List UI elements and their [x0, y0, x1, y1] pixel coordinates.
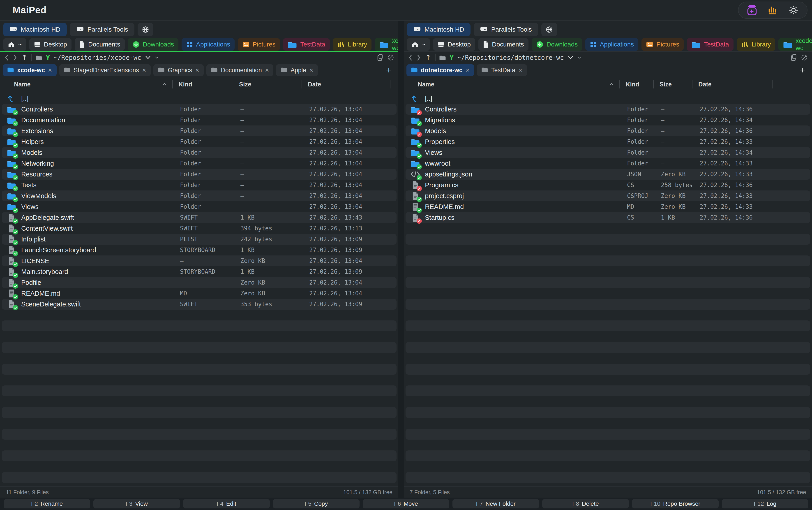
tab-close-icon[interactable]: × — [265, 66, 269, 74]
tab-dotnetcore-wc[interactable]: dotnetcore-wc× — [407, 64, 474, 76]
table-row[interactable]: ModelsFolder–27.02.26, 13:04 — [2, 147, 396, 158]
path-text[interactable]: ~/Repositories/xcode-wc — [54, 54, 141, 61]
tab-stageddriverextensions[interactable]: StagedDriverExtensions× — [59, 64, 151, 76]
settings-icon[interactable] — [788, 4, 800, 16]
favorite-chip-xcode-wc[interactable]: xcode-wc — [778, 38, 812, 51]
hidden-files-icon[interactable] — [387, 54, 394, 61]
table-row[interactable]: DocumentationFolder–27.02.26, 13:04 — [2, 115, 396, 125]
new-tab-button[interactable]: + — [382, 65, 396, 76]
table-row[interactable]: README.mdMDZero KB27.02.26, 14:33 — [405, 201, 810, 212]
table-row[interactable]: appsettings.jsonJSONZero KB27.02.26, 14:… — [405, 169, 810, 180]
copy-path-icon[interactable] — [377, 54, 384, 61]
forward-button[interactable] — [12, 54, 18, 61]
copy-path-icon[interactable] — [790, 54, 797, 61]
favorite-chip-testdata[interactable]: TestData — [687, 38, 733, 51]
fn-button-f10[interactable]: F10Repo Browser — [632, 499, 719, 508]
table-row[interactable]: ResourcesFolder–27.02.26, 13:04 — [2, 169, 396, 180]
path-text[interactable]: ~/Repositories/dotnetcore-wc — [457, 54, 564, 61]
drive-button[interactable]: Parallels Tools — [70, 23, 134, 36]
hidden-files-icon[interactable] — [801, 54, 808, 61]
tab-close-icon[interactable]: × — [195, 66, 200, 74]
table-row[interactable]: Main.storyboardSTORYBOARD1 KB27.02.26, 1… — [2, 266, 396, 277]
tab-documentation[interactable]: Documentation× — [206, 64, 273, 76]
fn-button-f7[interactable]: F7New Folder — [452, 499, 539, 508]
table-row[interactable]: AppDelegate.swiftSWIFT1 KB27.02.26, 13:4… — [2, 212, 396, 223]
table-row[interactable]: TestsFolder–27.02.26, 13:04 — [2, 180, 396, 191]
table-row[interactable]: ControllersFolder–27.02.26, 13:04 — [2, 104, 396, 115]
tab-xcode-wc[interactable]: xcode-wc× — [3, 64, 57, 76]
table-row[interactable]: NetworkingFolder–27.02.26, 13:04 — [2, 158, 396, 169]
tab-close-icon[interactable]: × — [48, 66, 52, 74]
tab-graphics[interactable]: Graphics× — [153, 64, 204, 76]
column-header-date[interactable]: Date — [302, 80, 390, 88]
table-row[interactable]: HelpersFolder–27.02.26, 13:04 — [2, 136, 396, 147]
favorite-chip-library[interactable]: Library — [736, 38, 776, 51]
favorite-chip-home[interactable]: ~ — [407, 38, 430, 51]
favorite-chip-downloads[interactable]: Downloads — [532, 38, 582, 51]
tab-testdata[interactable]: TestData× — [477, 64, 527, 76]
favorite-chip-documents[interactable]: Documents — [478, 38, 529, 51]
drive-button[interactable]: Parallels Tools — [474, 23, 538, 36]
stats-icon[interactable] — [767, 4, 779, 16]
table-row[interactable]: README.mdMDZero KB27.02.26, 13:04 — [2, 288, 396, 299]
favorite-chip-pictures[interactable]: Pictures — [641, 38, 684, 51]
fn-button-f8[interactable]: F8Delete — [542, 499, 629, 508]
table-row[interactable]: project.csprojCSPROJZero KB27.02.26, 14:… — [405, 191, 810, 201]
favorite-chip-downloads[interactable]: Downloads — [128, 38, 179, 51]
column-header-date[interactable]: Date — [692, 80, 772, 88]
drive-button[interactable]: Macintosh HD — [3, 23, 67, 36]
table-row[interactable]: [..]– — [2, 93, 396, 104]
table-row[interactable]: ViewModelsFolder–27.02.26, 13:04 — [2, 191, 396, 201]
table-row[interactable]: Podfile–Zero KB27.02.26, 13:04 — [2, 277, 396, 288]
path-history-icon[interactable] — [577, 56, 581, 59]
tab-close-icon[interactable]: × — [518, 66, 522, 74]
column-header-name[interactable]: Name — [404, 80, 620, 88]
column-header-kind[interactable]: Kind — [172, 80, 233, 88]
table-row[interactable]: ExtensionsFolder–27.02.26, 13:04 — [2, 125, 396, 136]
favorite-chip-desktop[interactable]: Desktop — [433, 38, 475, 51]
table-row[interactable]: Info.plistPLIST242 bytes27.02.26, 13:09 — [2, 234, 396, 245]
new-tab-button[interactable]: + — [795, 65, 809, 76]
fn-button-f5[interactable]: F5Copy — [273, 499, 360, 508]
fn-button-f12[interactable]: F12Log — [722, 499, 808, 508]
column-header-size[interactable]: Size — [233, 80, 302, 88]
table-row[interactable]: [..]– — [405, 93, 810, 104]
path-dropdown-icon[interactable] — [568, 55, 574, 60]
fn-button-f4[interactable]: F4Edit — [183, 499, 270, 508]
fn-button-f6[interactable]: F6Move — [363, 499, 449, 508]
table-row[interactable]: LaunchScreen.storyboardSTORYBOARD1 KB27.… — [2, 245, 396, 255]
table-row[interactable]: Program.csCS258 bytes27.02.26, 14:36 — [405, 180, 810, 191]
favorite-chip-desktop[interactable]: Desktop — [29, 38, 71, 51]
fn-button-f3[interactable]: F3View — [93, 499, 180, 508]
fn-button-f2[interactable]: F2Rename — [4, 499, 90, 508]
drive-button[interactable]: Macintosh HD — [407, 23, 471, 36]
path-history-icon[interactable] — [155, 56, 159, 59]
tab-close-icon[interactable]: × — [309, 66, 313, 74]
table-row[interactable]: Startup.csCS1 KB27.02.26, 14:36 — [405, 212, 810, 223]
favorite-chip-applications[interactable]: Applications — [585, 38, 638, 51]
back-button[interactable] — [4, 54, 9, 61]
table-row[interactable]: ViewsFolder–27.02.26, 13:04 — [2, 201, 396, 212]
network-globe-button[interactable] — [138, 23, 153, 36]
favorite-chip-applications[interactable]: Applications — [182, 38, 235, 51]
table-row[interactable]: PropertiesFolder–27.02.26, 14:33 — [405, 136, 810, 147]
tab-close-icon[interactable]: × — [142, 66, 146, 74]
favorite-chip-testdata[interactable]: TestData — [283, 38, 330, 51]
column-header-name[interactable]: Name — [0, 80, 172, 88]
up-button[interactable]: ↑ — [21, 53, 28, 62]
table-row[interactable]: MigrationsFolder–27.02.26, 14:34 — [405, 115, 810, 125]
back-button[interactable] — [408, 54, 413, 61]
favorite-chip-home[interactable]: ~ — [3, 38, 26, 51]
forward-button[interactable] — [416, 54, 421, 61]
tab-apple[interactable]: Apple× — [276, 64, 318, 76]
table-row[interactable]: LICENSE–Zero KB27.02.26, 13:04 — [2, 255, 396, 266]
table-row[interactable]: ControllersFolder–27.02.26, 14:36 — [405, 104, 810, 115]
column-header-size[interactable]: Size — [653, 80, 692, 88]
table-row[interactable]: wwwrootFolder–27.02.26, 14:33 — [405, 158, 810, 169]
favorite-chip-pictures[interactable]: Pictures — [238, 38, 280, 51]
up-button[interactable]: ↑ — [425, 53, 431, 62]
media-library-icon[interactable] — [746, 4, 758, 16]
table-row[interactable]: ViewsFolder–27.02.26, 14:34 — [405, 147, 810, 158]
column-header-kind[interactable]: Kind — [620, 80, 653, 88]
favorite-chip-library[interactable]: Library — [333, 38, 372, 51]
